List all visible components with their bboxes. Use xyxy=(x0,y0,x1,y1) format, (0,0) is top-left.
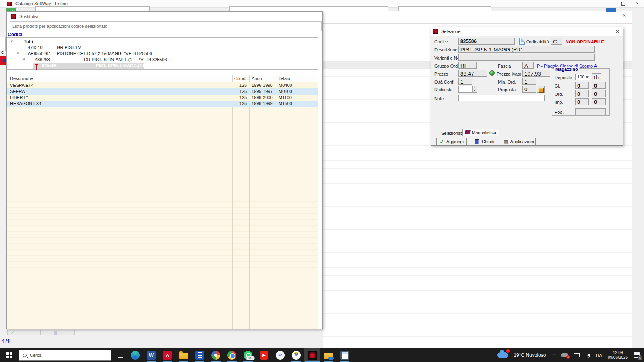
gi-field-2[interactable] xyxy=(592,82,606,89)
tree-node-selected[interactable]: .. 825506 PIST.-SPIN.1 MAGG.(RIC xyxy=(7,63,318,69)
network-icon[interactable] xyxy=(574,353,580,357)
taskbar-chrome-icon[interactable] xyxy=(224,348,240,362)
proposta-field[interactable] xyxy=(522,86,536,93)
minimize-icon[interactable] xyxy=(603,0,617,7)
ord-field-1[interactable] xyxy=(575,90,589,97)
descrizione-label: Descrizione xyxy=(434,47,457,52)
taskbar-youtube-icon[interactable] xyxy=(256,348,272,362)
tree-node[interactable]: v 486263 GR.PIST.-SPIN-ANEL.(1 *VEDI 825… xyxy=(7,57,318,63)
tree-node-desc: PIST.-SPIN.1 MAGG.(RIC xyxy=(96,63,147,68)
imp-field-1[interactable] xyxy=(575,98,589,105)
chiudi-button[interactable]: Chiudi xyxy=(469,138,500,146)
codice-label: Codice xyxy=(434,39,448,44)
onedrive-error-icon[interactable] xyxy=(561,353,568,357)
taskbar-whatsapp-icon[interactable]: 99+ xyxy=(240,348,256,362)
door-icon xyxy=(475,139,479,144)
search-input[interactable]: Cerca xyxy=(19,350,111,361)
weather-widget[interactable]: 1 xyxy=(497,352,508,358)
notification-badge: 6 xyxy=(638,355,642,360)
clock[interactable]: 12:09 09/05/2025 xyxy=(608,350,628,360)
close-icon[interactable] xyxy=(615,29,619,34)
richiesta-label: Richiesta xyxy=(434,87,452,92)
pos-label: Pos. xyxy=(555,110,564,115)
order-box-icon[interactable] xyxy=(537,86,545,93)
tree-node-code: 478310 xyxy=(28,45,43,50)
notification-center-icon[interactable]: 6 xyxy=(634,352,640,358)
taskbar-snipping-icon[interactable] xyxy=(272,348,288,362)
table-row[interactable]: HEXAGON LX4 125 1998-1999 M1500 xyxy=(7,101,318,107)
min-ord-field[interactable] xyxy=(522,78,536,85)
ordinabilita-field[interactable] xyxy=(551,38,562,45)
table-row[interactable]: VESPA ET4 125 1996-1998 M0400 xyxy=(7,82,318,88)
taskbar-word-icon[interactable]: W xyxy=(143,348,159,362)
taskbar-acrobat-icon[interactable]: A xyxy=(159,348,175,362)
cell-descrizione: LIBERTY xyxy=(10,95,29,100)
tab-selezionato[interactable]: Selezionato xyxy=(441,131,464,136)
pos-field[interactable] xyxy=(575,108,606,115)
close-icon[interactable] xyxy=(630,0,644,7)
cell-anno: 1995-1997 xyxy=(252,89,273,94)
document-icon[interactable] xyxy=(519,38,525,45)
deposito-dropdown[interactable]: 100 xyxy=(575,74,590,80)
cell-descrizione: HEXAGON LX4 xyxy=(10,101,41,106)
gi-field-1[interactable] xyxy=(575,82,589,89)
tray-time: 12:09 xyxy=(608,350,628,355)
tab-manualistica[interactable]: Manualistica xyxy=(462,129,499,136)
taskbar-catalogo-icon[interactable] xyxy=(304,348,320,362)
fascia-field[interactable] xyxy=(522,62,534,69)
chart-icon[interactable] xyxy=(592,73,601,80)
column-cilindrata[interactable]: Cilindr... xyxy=(234,76,250,81)
note-field[interactable] xyxy=(458,95,545,101)
cell-cilindrata: 125 xyxy=(235,83,247,88)
cell-telaio: M1500 xyxy=(279,101,292,106)
sostitutivi-dialog: Sostitutivi Lista prodotti per applicazi… xyxy=(6,11,323,329)
spinner-stepper[interactable]: ▲▼ xyxy=(472,86,477,93)
chevron-down-icon[interactable]: v xyxy=(23,57,25,61)
descrizione-field[interactable] xyxy=(458,46,595,53)
tree-connector: .... xyxy=(18,46,23,50)
task-view-icon[interactable] xyxy=(114,348,127,362)
ord-field-2[interactable] xyxy=(592,90,606,97)
taskbar-receipt-app-icon[interactable] xyxy=(192,348,208,362)
qta-conf-field[interactable] xyxy=(458,78,472,85)
chevron-down-icon[interactable]: v xyxy=(11,39,13,43)
varianti-field[interactable] xyxy=(458,54,595,61)
taskbar-edge-icon[interactable] xyxy=(127,348,143,362)
gruppo-ord-field[interactable] xyxy=(458,62,477,69)
start-button[interactable] xyxy=(0,348,19,362)
table-row[interactable]: LIBERTY 125 1998-2000 M1100 xyxy=(7,95,318,101)
cell-cilindrata: 125 xyxy=(235,101,247,106)
taskbar-maps-icon[interactable] xyxy=(288,348,304,362)
maximize-icon[interactable] xyxy=(617,0,630,7)
taskbar-calculator-icon[interactable] xyxy=(336,348,353,362)
tree-node-root[interactable]: v Tutti xyxy=(7,39,318,45)
aggiungi-button[interactable]: Aggiungi xyxy=(436,138,467,146)
applicazioni-button[interactable]: Applicazioni xyxy=(502,138,536,146)
cell-telaio: M0100 xyxy=(279,89,292,94)
taskbar-paint-icon[interactable] xyxy=(208,348,224,362)
column-descrizione[interactable]: Descrizione xyxy=(10,76,33,81)
prezzo-ivato-field[interactable] xyxy=(522,70,550,77)
prezzo-field[interactable] xyxy=(458,70,487,77)
language-indicator[interactable]: ITA xyxy=(596,353,602,358)
imp-field-2[interactable] xyxy=(592,98,606,105)
tree-node[interactable]: v AP8550461 PISTONE CPL.D.57,2 1ø MAGG. … xyxy=(7,51,318,57)
cell-anno: 1998-1999 xyxy=(252,101,273,106)
background-close-icon[interactable] xyxy=(622,13,626,19)
richiesta-field[interactable] xyxy=(458,86,472,93)
table-row[interactable]: SFERA 125 1995-1997 M0100 xyxy=(7,88,318,95)
tray-chevron-icon[interactable] xyxy=(551,353,555,358)
imp-label: Imp. xyxy=(555,100,563,105)
column-telaio[interactable]: Telaio xyxy=(279,76,290,81)
weather-text[interactable]: 19°C Nuvoloso xyxy=(514,352,546,358)
taskbar-onedrive-folder-icon[interactable] xyxy=(320,348,336,362)
table-header: Descrizione Cilindr... Anno Telaio xyxy=(7,75,318,82)
sostitutivi-title: Sostitutivi xyxy=(19,14,38,19)
taskbar-explorer-icon[interactable] xyxy=(175,348,192,362)
chevron-down-icon[interactable]: v xyxy=(17,51,19,55)
column-anno[interactable]: Anno xyxy=(252,76,262,81)
codice-field[interactable] xyxy=(458,38,515,45)
tree-node[interactable]: .... 478310 GR.PIST.1M xyxy=(7,45,318,51)
ord-label: Ord. xyxy=(555,92,563,97)
speaker-icon[interactable] xyxy=(585,353,590,357)
